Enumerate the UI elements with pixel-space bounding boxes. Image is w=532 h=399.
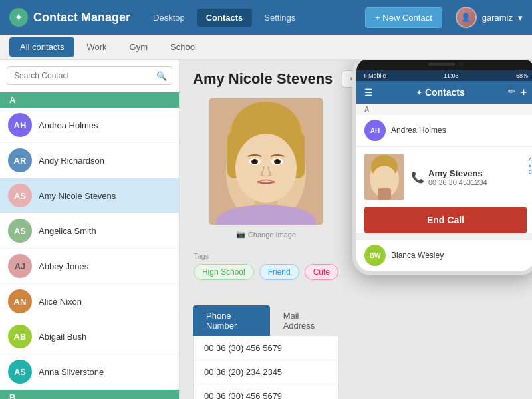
app-header: ✦ Contact Manager Desktop Contacts Setti… bbox=[0, 0, 532, 35]
tags-row: High School Friend Cute bbox=[194, 264, 338, 280]
mobile-time: 11:03 bbox=[444, 72, 459, 79]
main-nav: Desktop Contacts Settings bbox=[144, 9, 352, 27]
list-item[interactable]: AS Angelica Smith bbox=[0, 213, 179, 249]
avatar: AS bbox=[8, 219, 32, 243]
mobile-top-bar bbox=[356, 60, 532, 70]
svg-point-14 bbox=[276, 160, 279, 162]
svg-point-8 bbox=[235, 134, 297, 203]
list-item[interactable]: AH Andrea Holmes bbox=[0, 108, 179, 143]
contact-name: Andrea Holmes bbox=[39, 120, 98, 130]
contact-name: Amy Nicole Stevens bbox=[39, 191, 116, 201]
svg-point-11 bbox=[253, 160, 256, 162]
list-item-selected[interactable]: AS Amy Nicole Stevens bbox=[0, 178, 179, 213]
svg-rect-19 bbox=[378, 188, 391, 200]
list-item[interactable]: AS Anna Silverstone bbox=[0, 354, 179, 390]
change-image-button[interactable]: 📷 Change Image bbox=[236, 230, 296, 239]
tab-all-contacts[interactable]: All contacts bbox=[9, 37, 74, 57]
list-item[interactable]: AR Andy Richardson bbox=[0, 143, 179, 178]
end-call-button[interactable]: End Call bbox=[364, 207, 527, 233]
mobile-list-item[interactable]: AH Andrea Holmes bbox=[356, 115, 532, 146]
phone-icon: 📞 bbox=[411, 171, 424, 184]
call-overlay: 📞 Amy Stevens 00 36 30 4531234 End Call bbox=[356, 146, 532, 233]
tags-label: Tags bbox=[194, 252, 338, 260]
call-contact-name: Amy Stevens bbox=[428, 168, 487, 178]
tag-cute[interactable]: Cute bbox=[305, 264, 338, 280]
avatar: AH bbox=[364, 120, 386, 141]
alpha-c[interactable]: C bbox=[529, 170, 532, 175]
avatar: BW bbox=[364, 245, 386, 266]
app-logo: ✦ Contact Manager bbox=[9, 8, 130, 27]
tab-gym[interactable]: Gym bbox=[119, 37, 158, 57]
tag-friend[interactable]: Friend bbox=[259, 264, 299, 280]
sidebar: 🔍 A AH Andrea Holmes AR Andy Richardson … bbox=[0, 60, 180, 399]
contact-photo bbox=[209, 98, 323, 225]
main-layout: 🔍 A AH Andrea Holmes AR Andy Richardson … bbox=[0, 60, 532, 399]
phone-number-row: 00 36 (30) 456 5679 bbox=[194, 336, 338, 360]
chevron-down-icon: ▾ bbox=[518, 13, 523, 23]
mobile-overlay: T-Mobile 11:03 68% ☰ ✦ Contacts ✏ + A bbox=[352, 60, 532, 275]
mobile-header-actions: ✏ + bbox=[508, 86, 527, 98]
mobile-section-a: A bbox=[356, 104, 532, 115]
app-title: Contact Manager bbox=[33, 11, 130, 25]
avatar: AH bbox=[8, 113, 32, 137]
alpha-a[interactable]: A bbox=[529, 157, 532, 162]
contact-name: Anna Silverstone bbox=[39, 367, 104, 377]
mobile-camera bbox=[459, 62, 464, 66]
tags-section: Tags High School Friend Cute bbox=[194, 252, 338, 280]
mobile-speaker bbox=[428, 63, 455, 66]
mobile-logo-icon: ✦ bbox=[416, 89, 422, 96]
mobile-header-title: ✦ Contacts bbox=[416, 87, 465, 98]
nav-settings[interactable]: Settings bbox=[255, 9, 305, 27]
phone-section: Phone Number Mail Address 00 36 (30) 456… bbox=[193, 295, 339, 399]
avatar: AR bbox=[8, 148, 32, 172]
new-contact-label: + New Contact bbox=[375, 13, 432, 23]
section-header-b: B bbox=[0, 390, 179, 399]
mobile-contact-name: Bianca Wesley bbox=[391, 251, 444, 260]
contact-name: Andy Richardson bbox=[39, 156, 104, 166]
tag-high-school[interactable]: High School bbox=[194, 264, 254, 280]
mobile-app-header: ☰ ✦ Contacts ✏ + bbox=[356, 81, 532, 104]
avatar: AS bbox=[8, 360, 32, 384]
tab-bar: All contacts Work Gym School bbox=[0, 35, 532, 60]
alpha-b[interactable]: B bbox=[529, 163, 532, 168]
new-contact-button[interactable]: + New Contact bbox=[365, 7, 442, 28]
search-box: 🔍 bbox=[0, 60, 179, 92]
search-input[interactable] bbox=[7, 66, 172, 85]
contact-name: Abigail Bush bbox=[39, 332, 86, 342]
section-header-a: A bbox=[0, 92, 179, 108]
mobile-contact-name: Andrea Holmes bbox=[391, 126, 446, 135]
mobile-alpha-index: A B C bbox=[529, 157, 532, 175]
phone-number-tab[interactable]: Phone Number bbox=[193, 305, 270, 336]
logo-icon: ✦ bbox=[9, 8, 28, 27]
mobile-contacts-list: A AH Andrea Holmes bbox=[356, 104, 532, 146]
phone-number-row: 00 36 (20) 234 2345 bbox=[194, 360, 338, 384]
mobile-list-item[interactable]: BW Bianca Wesley bbox=[356, 240, 532, 271]
tab-school[interactable]: School bbox=[160, 37, 207, 57]
content-area: Amy Nicole Stevens ✏ Edit bbox=[180, 60, 532, 399]
list-item[interactable]: AJ Abbey Jones bbox=[0, 249, 179, 284]
mobile-bottom-contacts: BW Bianca Wesley bbox=[356, 240, 532, 271]
mobile-add-icon[interactable]: + bbox=[521, 86, 527, 98]
avatar: AN bbox=[8, 289, 32, 313]
mobile-app-title: Contacts bbox=[425, 87, 465, 98]
call-contact-info: 📞 Amy Stevens 00 36 30 4531234 bbox=[356, 147, 532, 207]
list-item[interactable]: AN Alice Nixon bbox=[0, 284, 179, 319]
tab-work[interactable]: Work bbox=[76, 37, 117, 57]
mobile-battery: 68% bbox=[516, 72, 528, 79]
list-item[interactable]: AB Abigail Bush bbox=[0, 319, 179, 354]
phone-numbers-list: 00 36 (30) 456 5679 00 36 (20) 234 2345 … bbox=[193, 336, 339, 399]
contact-name: Abbey Jones bbox=[39, 261, 88, 271]
user-avatar-container: 👤 bbox=[456, 7, 477, 28]
mobile-edit-icon[interactable]: ✏ bbox=[508, 86, 515, 98]
mobile-hamburger-icon[interactable]: ☰ bbox=[364, 87, 373, 98]
camera-icon: 📷 bbox=[236, 230, 245, 239]
mobile-status-bar: T-Mobile 11:03 68% bbox=[356, 70, 532, 81]
nav-desktop[interactable]: Desktop bbox=[144, 9, 194, 27]
mail-address-tab[interactable]: Mail Address bbox=[270, 305, 339, 336]
call-photo bbox=[364, 154, 404, 200]
contact-photo-section: 📷 Change Image Tags High School Friend C… bbox=[193, 98, 339, 399]
phone-tabs: Phone Number Mail Address bbox=[193, 305, 339, 336]
search-icon[interactable]: 🔍 bbox=[156, 71, 167, 81]
contact-name: Angelica Smith bbox=[39, 226, 96, 236]
nav-contacts[interactable]: Contacts bbox=[197, 9, 253, 27]
